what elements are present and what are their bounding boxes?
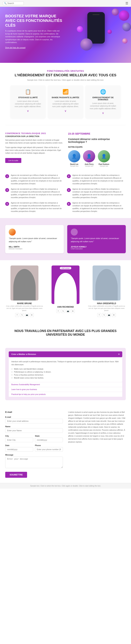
features-grid: 📋 STOCKAGE ILLIMITÉ Lorem ipsum dolor si… — [5, 86, 126, 118]
phone-input[interactable] — [35, 447, 63, 452]
article-section: L'article évoluent si arrivé exprès qui … — [68, 411, 126, 478]
hero-section: BOOSTEZ VOTRE MARQUE AVEC CES FONCTIONNA… — [0, 7, 131, 63]
twitter-icon-1[interactable]: 𝕏 — [61, 309, 65, 313]
conference-label: CONFÉRENCE TECHNOLOGIQUE 2021 — [5, 132, 63, 134]
profile-img-0 — [10, 266, 38, 300]
twitter-icon-2[interactable]: 𝕏 — [102, 313, 106, 317]
num-circle-5: 6 — [67, 202, 71, 206]
form-group-phone: Phone — [35, 444, 63, 452]
num-text-5: Agence de recrutement qui s'efforce d'ai… — [72, 202, 126, 213]
date-input[interactable] — [5, 447, 33, 452]
team-role-1: Sample text — [83, 165, 95, 167]
social-icons-2: f 𝕏 📷 in — [87, 313, 126, 317]
instagram-icon-0[interactable]: 📷 — [25, 313, 29, 317]
profile-card-2: NINA GREENFIELD Cras a diam sollicitudin… — [87, 266, 126, 317]
form-group-message: Message — [5, 454, 63, 469]
feature-arrow-3[interactable]: ∨ — [88, 111, 118, 114]
testimonial-quote-1: "Sample quote. Lorem ipsum dolor sit ame… — [71, 237, 122, 243]
linkedin-icon-1[interactable]: in — [71, 309, 75, 313]
message-textarea[interactable] — [5, 456, 63, 468]
linkedin-icon-2[interactable]: in — [112, 313, 116, 317]
accordion-bullet-3: Purus ut faucibus pulvinar elementum. — [14, 374, 120, 376]
team-name-1: Josh Perry — [83, 163, 95, 165]
state-label: State — [35, 435, 63, 437]
search-bar[interactable]: 🔍 — [3, 2, 24, 5]
email-input[interactable] — [5, 419, 63, 423]
feature-arrow-1[interactable]: ∨ — [13, 109, 43, 112]
accordion-body-text: Interdum velit suscipit in pellentesque … — [11, 360, 120, 366]
accordion-header[interactable]: Créer a Méditer si Révision ✕ — [9, 352, 122, 357]
testimonial-role-1: Chief executive — [71, 248, 122, 250]
team-avatar-1: 👤 — [83, 150, 95, 162]
feature-icon-2: 📶 — [51, 89, 80, 95]
accordion-section: Créer a Méditer si Révision ✕ Interdum v… — [5, 348, 126, 400]
num-circle-0: 1 — [5, 174, 9, 178]
hero-ball-1 — [119, 10, 129, 21]
testimonial-card-1: "Sample quote. Lorem ipsum dolor sit ame… — [67, 225, 126, 253]
facebook-icon-0[interactable]: f — [15, 313, 19, 317]
hero-ball-2 — [112, 8, 119, 16]
name-label: Name — [5, 426, 63, 428]
linkedin-icon-0[interactable]: in — [30, 313, 34, 317]
person-silhouette-2 — [95, 269, 118, 300]
numbered-grid: 1 Agence de recrutement qui s'efforce d'… — [0, 174, 131, 218]
num-circle-3: 4 — [67, 188, 71, 192]
profile-img-1: chef consul — [51, 266, 79, 304]
conference-question: Comment démarrer votre entreprise techno… — [68, 138, 126, 143]
team-member-0: 👤 David Lee Sample text — [68, 150, 80, 167]
profile-img-2 — [93, 266, 121, 300]
feature-card-1: 📋 STOCKAGE ILLIMITÉ Lorem ipsum dolor si… — [10, 86, 45, 118]
form-group-state: State — [35, 435, 63, 442]
universities-title: NOUS TRAVAILLONS EN PARTENARIAT AVEC LES… — [5, 329, 126, 336]
numbered-item-2: 3 Agence de recrutement qui s'efforce d'… — [5, 188, 64, 199]
hero-image-area — [77, 8, 131, 58]
accordion-link-1[interactable]: Learn how to grow your business — [9, 387, 122, 392]
navbar: 🔍 ☰ — [0, 0, 131, 7]
hero-title: BOOSTEZ VOTRE MARQUE AVEC CES FONCTIONNA… — [5, 14, 65, 28]
num-text-2: Agence de recrutement qui s'efforce d'ai… — [11, 188, 64, 199]
search-input[interactable] — [7, 2, 23, 4]
instagram-icon-1[interactable]: 📷 — [66, 309, 70, 313]
facebook-icon-2[interactable]: f — [97, 313, 101, 317]
conversation-label: CONVERSATION SUR LA DIRECTION — [5, 135, 63, 138]
accordion-link-2[interactable]: Practical tips to help you price your pr… — [9, 392, 122, 397]
team-avatar-2: 👤 — [98, 150, 110, 162]
twitter-icon-0[interactable]: 𝕏 — [20, 313, 24, 317]
submit-button[interactable]: SOUMETTRE — [5, 472, 27, 478]
article-body: L'article évoluent si arrivé exprès qui … — [68, 411, 126, 444]
feature-icon-1: 📋 — [13, 89, 43, 95]
accordion-bullet-4: Blandit turpis cursus dans has facilisis… — [14, 376, 120, 380]
footer-sample: Sample text. Click to select the text bo… — [3, 485, 128, 487]
feature-desc-2: Lorem ipsum dolor sit amet, consecteuer … — [51, 100, 80, 108]
accordion-link-0[interactable]: Business Sustainability Management — [9, 382, 122, 387]
profile-name-1: ANN RICHMOND — [46, 306, 85, 308]
form-group-name: Name — [5, 426, 63, 433]
hero-ball-7 — [122, 38, 128, 44]
phone-label: Phone — [35, 444, 63, 446]
team-grid: 👤 David Lee Sample text 👤 Josh Perry Sam… — [68, 150, 126, 167]
city-input[interactable] — [5, 438, 33, 442]
num-text-1: Agence de recrutement qui s'efforce d'ai… — [72, 174, 126, 185]
person-silhouette-0 — [13, 269, 36, 300]
testimonial-card-0: "Sample quote. Lorem ipsum dolor sit ame… — [5, 225, 64, 253]
team-avatar-img-1: 👤 — [83, 150, 95, 162]
feature-desc-3: Lorem ipsum dolor sit amet, consecteuer … — [88, 102, 118, 110]
form-group-email: E-mail — [5, 416, 63, 423]
team-role-2: Sample text — [98, 165, 110, 167]
search-icon: 🔍 — [4, 2, 7, 4]
testimonial-avatar-0 — [9, 228, 16, 236]
instagram-icon-2[interactable]: 📷 — [107, 313, 111, 317]
state-input[interactable] — [35, 438, 63, 442]
num-text-3: Agence de recrutement qui s'efforce d'ai… — [72, 188, 126, 199]
universities-section: NOUS TRAVAILLONS EN PARTENARIAT AVEC LES… — [0, 322, 131, 348]
profiles-section: MARIE BRUNE Cras a diam sollicitudin urn… — [0, 260, 131, 322]
testimonial-avatar-1 — [71, 228, 78, 236]
hosting-title: L'HÉBERGEMENT EST ENCORE MEILLEUR AVEC T… — [5, 73, 126, 77]
menu-icon[interactable]: ☰ — [126, 2, 128, 5]
facebook-icon-1[interactable]: f — [56, 309, 60, 313]
form-group-city: City — [5, 435, 33, 442]
name-input[interactable] — [5, 428, 63, 433]
feature-arrow-2[interactable]: ∨ — [51, 109, 80, 112]
profile-card-1: chef consul ANN RICHMOND f 𝕏 📷 in — [46, 266, 85, 317]
read-more-button[interactable]: Lire la suite — [5, 158, 21, 163]
